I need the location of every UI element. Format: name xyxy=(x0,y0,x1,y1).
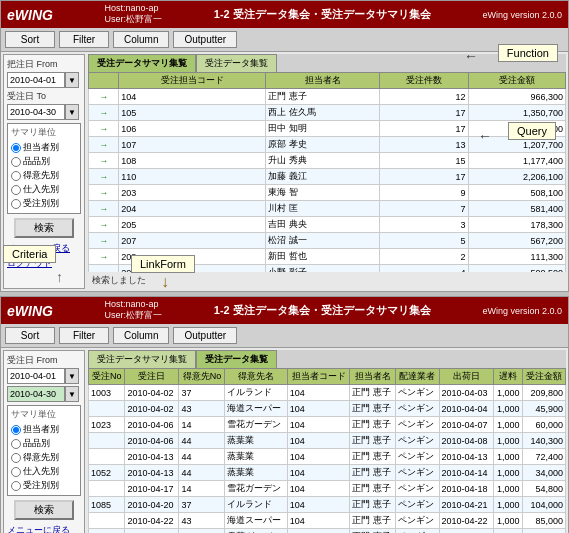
table-row[interactable]: 2010-04-13 44 蒸葉業 104 正門 恵子 ペンギン 2010-04… xyxy=(89,449,566,465)
column-button-bottom[interactable]: Column xyxy=(113,327,169,344)
criteria-arrow: ↑ xyxy=(56,269,63,285)
table-row[interactable]: → 106 田中 知明 17 1,708,100 xyxy=(89,121,566,137)
drow-rep-code: 104 xyxy=(287,529,349,534)
drow-cust-name: 蒸葉業 xyxy=(225,449,287,465)
from-date-input-bottom[interactable] xyxy=(7,368,65,384)
table-row[interactable]: → 203 東海 智 9 508,100 xyxy=(89,185,566,201)
query-arrow: ← xyxy=(478,128,492,144)
row-count: 9 xyxy=(379,185,468,201)
row-arrow: → xyxy=(89,265,119,273)
tab-summary-top[interactable]: 受注データサマリ集覧 xyxy=(88,54,196,72)
tab-detail-top[interactable]: 受注データ集覧 xyxy=(196,54,277,72)
table-row[interactable]: 2010-04-17 14 雪花ガーデン 104 正門 恵子 ペンギン 2010… xyxy=(89,481,566,497)
row-count: 12 xyxy=(379,89,468,105)
radio-item-b2[interactable]: 品品別 xyxy=(11,437,77,450)
row-name: 升山 秀典 xyxy=(266,153,380,169)
drow-no: 1003 xyxy=(89,385,125,401)
dth-rep-code: 担当者コード xyxy=(287,369,349,385)
row-code: 104 xyxy=(119,89,266,105)
table-row[interactable]: → 108 升山 秀典 15 1,177,400 xyxy=(89,153,566,169)
table-row[interactable]: → 105 西上 佐久馬 17 1,350,700 xyxy=(89,105,566,121)
from-date-row-top: ▼ xyxy=(7,72,81,88)
row-arrow: → xyxy=(89,89,119,105)
row-amount: 508,100 xyxy=(468,185,565,201)
radio-item-2[interactable]: 品品別 xyxy=(11,155,77,168)
table-row[interactable]: 2010-04-02 43 海道スーパー 104 正門 恵子 ペンギン 2010… xyxy=(89,401,566,417)
table-row[interactable]: 2010-04-22 43 海道スーパー 104 正門 恵子 ペンギン 2010… xyxy=(89,513,566,529)
row-arrow: → xyxy=(89,121,119,137)
from-date-btn-top[interactable]: ▼ xyxy=(65,72,79,88)
filter-button-bottom[interactable]: Filter xyxy=(59,327,109,344)
from-date-row-bottom: ▼ xyxy=(7,368,81,384)
search-button-bottom[interactable]: 検索 xyxy=(14,500,74,520)
table-row[interactable]: 1023 2010-04-06 14 雪花ガーデン 104 正門 恵子 ペンギン… xyxy=(89,417,566,433)
column-button-top[interactable]: Column xyxy=(113,31,169,48)
outputter-button-bottom[interactable]: Outputter xyxy=(173,327,237,344)
row-arrow: → xyxy=(89,105,119,121)
sort-button-bottom[interactable]: Sort xyxy=(5,327,55,344)
row-name: 西上 佐久馬 xyxy=(266,105,380,121)
radio-item-b4[interactable]: 仕入先別 xyxy=(11,465,77,478)
drow-rep-code: 104 xyxy=(287,481,349,497)
table-row[interactable]: → 205 吉田 典央 3 178,300 xyxy=(89,217,566,233)
row-arrow: → xyxy=(89,169,119,185)
drow-cust-name: 海道スーパー xyxy=(225,513,287,529)
table-row[interactable]: 2010-04-06 44 蒸葉業 104 正門 恵子 ペンギン 2010-04… xyxy=(89,433,566,449)
host-info-top: Host:nano-ap User:松野富一 xyxy=(105,3,163,26)
drow-no xyxy=(89,481,125,497)
drow-amount: 57,500 xyxy=(522,529,565,534)
radio-item-b3[interactable]: 得意先別 xyxy=(11,451,77,464)
row-amount: 2,206,100 xyxy=(468,169,565,185)
sort-button-top[interactable]: Sort xyxy=(5,31,55,48)
drow-rep-name: 正門 恵子 xyxy=(350,385,396,401)
to-date-input-top[interactable] xyxy=(7,104,65,120)
table-row[interactable]: → 107 原部 孝史 13 1,207,700 xyxy=(89,137,566,153)
to-date-input-bottom[interactable] xyxy=(7,386,65,402)
table-row[interactable]: 1003 2010-04-02 37 イルランド 104 正門 恵子 ペンギン … xyxy=(89,385,566,401)
table-row[interactable]: → 104 正門 恵子 12 966,300 xyxy=(89,89,566,105)
tab-bar-bottom: 受注データサマリ集覧 受注データ集覧 xyxy=(88,350,566,368)
drow-date: 2010-04-02 xyxy=(125,385,179,401)
tab-bar-top: 受注データサマリ集覧 受注データ集覧 xyxy=(88,54,566,72)
row-arrow: → xyxy=(89,153,119,169)
radio-item-3[interactable]: 得意先別 xyxy=(11,169,77,182)
table-row[interactable]: 1052 2010-04-13 44 蒸葉業 104 正門 恵子 ペンギン 20… xyxy=(89,465,566,481)
row-count: 13 xyxy=(379,137,468,153)
from-date-btn-bottom[interactable]: ▼ xyxy=(65,368,79,384)
tab-detail-bottom[interactable]: 受注データ集覧 xyxy=(196,350,277,368)
drow-late: 1,000 xyxy=(493,465,522,481)
drow-late: 1,000 xyxy=(493,529,522,534)
criteria-label: Criteria xyxy=(3,245,56,263)
drow-rep-name: 正門 恵子 xyxy=(350,513,396,529)
radio-item-5[interactable]: 受注別別 xyxy=(11,197,77,210)
table-row[interactable]: 1085 2010-04-20 37 イルランド 104 正門 恵子 ペンギン … xyxy=(89,497,566,513)
app-name-bottom: eWING xyxy=(7,303,53,319)
table-row[interactable]: 1099 2010-04-22 14 雪花ガーデン 104 正門 恵子 ペンギン… xyxy=(89,529,566,534)
radio-item-b5[interactable]: 受注別別 xyxy=(11,479,77,492)
filter-button-top[interactable]: Filter xyxy=(59,31,109,48)
to-date-btn-bottom[interactable]: ▼ xyxy=(65,386,79,402)
drow-no xyxy=(89,449,125,465)
outputter-button-top[interactable]: Outputter xyxy=(173,31,237,48)
tab-summary-bottom[interactable]: 受注データサマリ集覧 xyxy=(88,350,196,368)
to-date-btn-top[interactable]: ▼ xyxy=(65,104,79,120)
table-row[interactable]: → 207 松沼 誠一 5 567,200 xyxy=(89,233,566,249)
menu-link-bottom[interactable]: メニューに戻る xyxy=(7,524,81,533)
table-row[interactable]: → 110 加藤 義江 17 2,206,100 xyxy=(89,169,566,185)
drow-amount: 54,800 xyxy=(522,481,565,497)
th-rep-name: 担当者名 xyxy=(266,73,380,89)
drow-no xyxy=(89,513,125,529)
radio-item-b1[interactable]: 担当者別 xyxy=(11,423,77,436)
row-count: 17 xyxy=(379,105,468,121)
drow-rep-name: 正門 恵子 xyxy=(350,481,396,497)
drow-no: 1052 xyxy=(89,465,125,481)
drow-late: 1,000 xyxy=(493,449,522,465)
search-button-top[interactable]: 検索 xyxy=(14,218,74,238)
from-date-input-top[interactable] xyxy=(7,72,65,88)
row-count: 17 xyxy=(379,121,468,137)
radio-item-4[interactable]: 仕入先別 xyxy=(11,183,77,196)
table-row[interactable]: → 204 川村 匡 7 581,400 xyxy=(89,201,566,217)
drow-cust-no: 37 xyxy=(179,497,225,513)
radio-item-1[interactable]: 担当者別 xyxy=(11,141,77,154)
data-area-bottom: 受注データサマリ集覧 受注データ集覧 受注No 受注日 得意先No 得意先名 担… xyxy=(88,350,566,533)
